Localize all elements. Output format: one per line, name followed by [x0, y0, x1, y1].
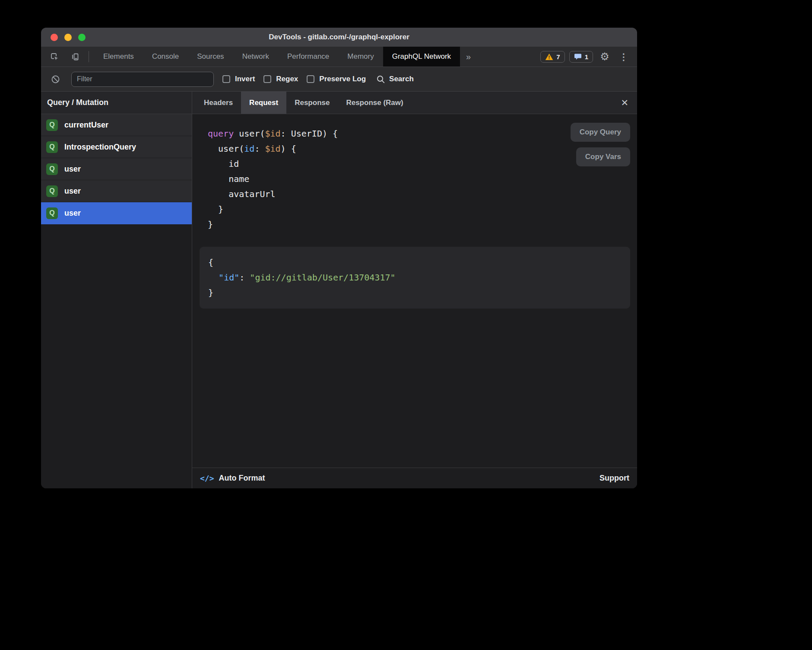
more-tabs-chevron-icon[interactable]: »: [460, 47, 477, 67]
warning-count: 7: [556, 53, 560, 61]
list-item-currentuser[interactable]: Q currentUser: [41, 114, 192, 136]
main-split: Query / Mutation Q currentUser Q Introsp…: [41, 92, 637, 488]
devtools-tool-icons: [41, 47, 94, 67]
code-line: user(id: $id) {: [208, 141, 630, 156]
message-bubble-icon: [574, 53, 582, 61]
tab-response-raw[interactable]: Response (Raw): [338, 92, 411, 114]
invert-checkbox[interactable]: Invert: [222, 75, 255, 83]
devtools-tabbar: Elements Console Sources Network Perform…: [41, 47, 637, 67]
regex-checkbox[interactable]: Regex: [263, 75, 298, 83]
settings-gear-icon[interactable]: ⚙: [597, 49, 612, 64]
code-line: }: [208, 217, 630, 232]
warning-icon: [545, 53, 553, 61]
tab-console[interactable]: Console: [143, 47, 188, 67]
code-line: {: [208, 255, 622, 270]
tab-headers[interactable]: Headers: [196, 92, 241, 114]
request-content: Copy Query Copy Vars query user($id: Use…: [192, 114, 637, 468]
query-list: Q currentUser Q IntrospectionQuery Q use…: [41, 114, 192, 488]
preserve-log-checkbox-label: Preserve Log: [319, 75, 366, 83]
preserve-log-checkbox-box[interactable]: [307, 75, 314, 83]
regex-checkbox-label: Regex: [276, 75, 298, 83]
list-item-user-2[interactable]: Q user: [41, 180, 192, 202]
overflow-menu-icon[interactable]: ⋮: [616, 49, 631, 64]
query-type-badge: Q: [46, 163, 58, 175]
auto-format-button[interactable]: Auto Format: [219, 474, 265, 483]
code-line: }: [208, 202, 630, 217]
tab-elements[interactable]: Elements: [94, 47, 143, 67]
tab-response[interactable]: Response: [286, 92, 338, 114]
list-item-label: IntrospectionQuery: [64, 143, 136, 152]
window-title: DevTools - gitlab.com/-/graphql-explorer: [41, 33, 637, 41]
filter-input[interactable]: [71, 72, 214, 87]
devtools-window: DevTools - gitlab.com/-/graphql-explorer…: [41, 28, 637, 488]
list-item-user-1[interactable]: Q user: [41, 158, 192, 180]
window-controls: [51, 28, 86, 47]
tab-memory[interactable]: Memory: [338, 47, 383, 67]
clear-block-icon[interactable]: [48, 72, 63, 86]
query-type-badge: Q: [46, 119, 58, 131]
detail-panel: Headers Request Response Response (Raw) …: [192, 92, 637, 488]
invert-checkbox-box[interactable]: [222, 75, 230, 83]
tab-request[interactable]: Request: [241, 92, 286, 114]
sidebar-header: Query / Mutation: [41, 92, 192, 114]
search-icon: [376, 75, 385, 84]
titlebar: DevTools - gitlab.com/-/graphql-explorer: [41, 28, 637, 47]
tab-sources[interactable]: Sources: [188, 47, 233, 67]
search-control[interactable]: Search: [376, 75, 414, 84]
code-line: }: [208, 285, 622, 300]
issue-count: 1: [585, 53, 588, 61]
detail-tabbar: Headers Request Response Response (Raw) …: [192, 92, 637, 114]
code-line: id: [208, 156, 630, 172]
query-type-badge: Q: [46, 185, 58, 197]
list-item-user-3-selected[interactable]: Q user: [41, 202, 192, 224]
close-window-button[interactable]: [51, 34, 58, 41]
list-item-label: user: [64, 165, 81, 174]
query-variables-box: { "id": "gid://gitlab/User/13704317"}: [200, 247, 630, 309]
preserve-log-checkbox[interactable]: Preserve Log: [307, 75, 366, 83]
query-type-badge: Q: [46, 141, 58, 153]
copy-buttons: Copy Query Copy Vars: [571, 123, 630, 166]
graphql-query-code: query user($id: UserID) { user(id: $id) …: [200, 126, 630, 232]
filter-toolbar: Invert Regex Preserve Log Search: [41, 67, 637, 92]
tab-performance[interactable]: Performance: [278, 47, 338, 67]
list-item-label: currentUser: [64, 121, 108, 130]
code-line: "id": "gid://gitlab/User/13704317": [208, 270, 622, 285]
issues-badge[interactable]: 1: [569, 51, 593, 63]
query-sidebar: Query / Mutation Q currentUser Q Introsp…: [41, 92, 192, 488]
minimize-window-button[interactable]: [64, 34, 72, 41]
device-toolbar-icon[interactable]: [68, 49, 82, 64]
copy-query-button[interactable]: Copy Query: [571, 123, 630, 142]
tabbar-right-cluster: 7 1 ⚙ ⋮: [540, 47, 637, 67]
support-link[interactable]: Support: [599, 474, 629, 483]
regex-checkbox-box[interactable]: [263, 75, 271, 83]
search-label: Search: [389, 75, 414, 83]
close-panel-icon[interactable]: ✕: [621, 98, 628, 107]
auto-format-code-icon: </>: [200, 474, 214, 483]
panel-footer: </> Auto Format Support: [192, 468, 637, 488]
toolbar-divider: [89, 51, 89, 62]
code-line: name: [208, 172, 630, 187]
warnings-badge[interactable]: 7: [540, 51, 565, 63]
list-item-label: user: [64, 187, 81, 196]
code-line: avatarUrl: [208, 187, 630, 202]
zoom-window-button[interactable]: [78, 34, 86, 41]
code-line: query user($id: UserID) {: [208, 126, 630, 141]
query-type-badge: Q: [46, 207, 58, 219]
inspect-element-icon[interactable]: [47, 49, 62, 64]
tab-graphql-network[interactable]: GraphQL Network: [383, 47, 460, 67]
invert-checkbox-label: Invert: [235, 75, 255, 83]
tab-network[interactable]: Network: [233, 47, 278, 67]
list-item-introspectionquery[interactable]: Q IntrospectionQuery: [41, 136, 192, 158]
copy-vars-button[interactable]: Copy Vars: [576, 147, 630, 166]
list-item-label: user: [64, 209, 81, 218]
